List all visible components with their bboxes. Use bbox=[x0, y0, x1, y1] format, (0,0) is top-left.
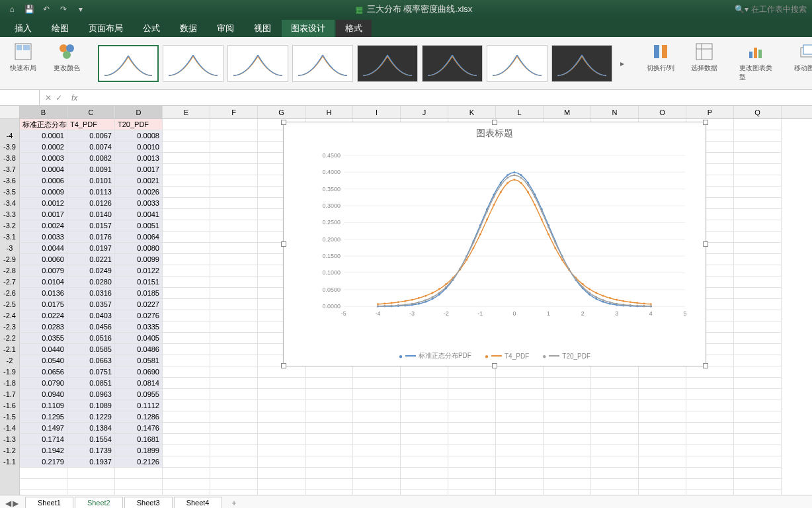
embedded-chart[interactable]: 图表标题 0.00000.05000.10000.15000.20000.250… bbox=[283, 122, 706, 366]
row-header[interactable]: -1.6 bbox=[0, 400, 20, 411]
cell[interactable] bbox=[496, 456, 544, 468]
table-header[interactable]: 标准正态分布PDF bbox=[20, 119, 67, 130]
cell[interactable] bbox=[734, 423, 782, 434]
change-color-button[interactable]: 更改颜色 bbox=[50, 41, 83, 73]
cell[interactable] bbox=[210, 276, 258, 288]
cell[interactable] bbox=[163, 119, 210, 130]
cell[interactable]: 0.0403 bbox=[67, 310, 115, 321]
column-header[interactable]: M bbox=[544, 106, 591, 118]
resize-handle[interactable] bbox=[281, 120, 286, 125]
cell[interactable]: 0.0060 bbox=[20, 254, 67, 265]
cell[interactable] bbox=[734, 198, 782, 209]
cell[interactable] bbox=[734, 468, 782, 479]
cell[interactable] bbox=[496, 479, 544, 490]
cell[interactable]: 0.0067 bbox=[67, 130, 115, 142]
cell[interactable] bbox=[210, 220, 258, 232]
cell[interactable] bbox=[163, 130, 210, 142]
cell[interactable] bbox=[639, 423, 686, 434]
row-header[interactable]: -1.3 bbox=[0, 434, 20, 445]
cell[interactable] bbox=[591, 490, 639, 495]
row-header[interactable]: -1.7 bbox=[0, 389, 20, 400]
cell[interactable] bbox=[115, 479, 163, 490]
cell[interactable] bbox=[401, 468, 448, 479]
cell[interactable] bbox=[544, 366, 591, 378]
cell[interactable] bbox=[544, 468, 591, 479]
cell[interactable]: 0.0955 bbox=[115, 389, 163, 400]
cell[interactable] bbox=[258, 456, 305, 468]
cell[interactable] bbox=[305, 479, 353, 490]
cell[interactable] bbox=[496, 423, 544, 434]
cell[interactable] bbox=[210, 321, 258, 333]
cell[interactable] bbox=[544, 456, 591, 468]
cell[interactable] bbox=[734, 456, 782, 468]
cell[interactable] bbox=[401, 378, 448, 389]
cell[interactable] bbox=[258, 389, 305, 400]
row-header[interactable]: -3.2 bbox=[0, 220, 20, 232]
cell[interactable] bbox=[448, 445, 496, 456]
cell[interactable] bbox=[210, 299, 258, 310]
row-header[interactable]: -2.6 bbox=[0, 288, 20, 299]
row-header[interactable]: -1.9 bbox=[0, 366, 20, 378]
cell[interactable] bbox=[67, 490, 115, 495]
cell[interactable] bbox=[734, 164, 782, 175]
cell[interactable]: 0.1497 bbox=[20, 423, 67, 434]
cell[interactable]: 0.1384 bbox=[67, 423, 115, 434]
change-chart-type-button[interactable]: 更改图表类型 bbox=[739, 41, 772, 82]
cell[interactable]: 0.0316 bbox=[67, 288, 115, 299]
cell[interactable] bbox=[163, 411, 210, 423]
cell[interactable]: 0.0283 bbox=[20, 321, 67, 333]
cell[interactable] bbox=[305, 490, 353, 495]
cell[interactable] bbox=[448, 490, 496, 495]
cell[interactable] bbox=[210, 164, 258, 175]
cell[interactable] bbox=[210, 119, 258, 130]
cell[interactable]: 0.1112 bbox=[115, 400, 163, 411]
cell[interactable]: 0.0009 bbox=[20, 187, 67, 198]
cell[interactable] bbox=[163, 198, 210, 209]
cell[interactable] bbox=[639, 389, 686, 400]
cell[interactable] bbox=[258, 490, 305, 495]
cell[interactable] bbox=[544, 389, 591, 400]
cell[interactable] bbox=[258, 400, 305, 411]
move-chart-button[interactable]: 移动图表 bbox=[791, 41, 812, 73]
row-header[interactable]: -1.1 bbox=[0, 456, 20, 468]
cell[interactable]: 0.0104 bbox=[20, 276, 67, 288]
cell[interactable] bbox=[686, 389, 734, 400]
select-data-button[interactable]: 选择数据 bbox=[688, 41, 721, 73]
cell[interactable] bbox=[734, 321, 782, 333]
cell[interactable] bbox=[163, 232, 210, 243]
cell[interactable] bbox=[591, 434, 639, 445]
cell[interactable] bbox=[734, 265, 782, 276]
cell[interactable]: 0.0010 bbox=[115, 142, 163, 153]
cell[interactable] bbox=[210, 265, 258, 276]
column-header[interactable]: J bbox=[401, 106, 448, 118]
cell[interactable] bbox=[163, 366, 210, 378]
cell[interactable] bbox=[163, 288, 210, 299]
cell[interactable] bbox=[448, 456, 496, 468]
cell[interactable] bbox=[210, 378, 258, 389]
sheet-tab-sheet1[interactable]: Sheet1 bbox=[25, 497, 73, 508]
cell[interactable] bbox=[353, 366, 401, 378]
cell[interactable] bbox=[401, 479, 448, 490]
cell[interactable] bbox=[210, 355, 258, 366]
cell[interactable] bbox=[686, 445, 734, 456]
ribbon-tab-0[interactable]: 插入 bbox=[5, 20, 41, 37]
cell[interactable] bbox=[401, 434, 448, 445]
cell[interactable]: 0.0003 bbox=[20, 153, 67, 164]
cell[interactable] bbox=[734, 490, 782, 495]
cell[interactable] bbox=[258, 479, 305, 490]
quick-layout-button[interactable]: 快速布局 bbox=[7, 41, 40, 73]
cell[interactable]: 0.2179 bbox=[20, 456, 67, 468]
cell[interactable] bbox=[210, 153, 258, 164]
cell[interactable] bbox=[496, 445, 544, 456]
cell[interactable] bbox=[639, 378, 686, 389]
cell[interactable] bbox=[591, 366, 639, 378]
cell[interactable] bbox=[163, 456, 210, 468]
cell[interactable]: 0.0790 bbox=[20, 378, 67, 389]
cell[interactable]: 0.0101 bbox=[67, 175, 115, 187]
chart-plot-area[interactable]: 0.00000.05000.10000.15000.20000.25000.30… bbox=[317, 149, 692, 326]
cell[interactable] bbox=[210, 389, 258, 400]
cell[interactable] bbox=[210, 366, 258, 378]
cell[interactable] bbox=[639, 445, 686, 456]
cell[interactable] bbox=[448, 389, 496, 400]
row-header[interactable]: -3.4 bbox=[0, 198, 20, 209]
